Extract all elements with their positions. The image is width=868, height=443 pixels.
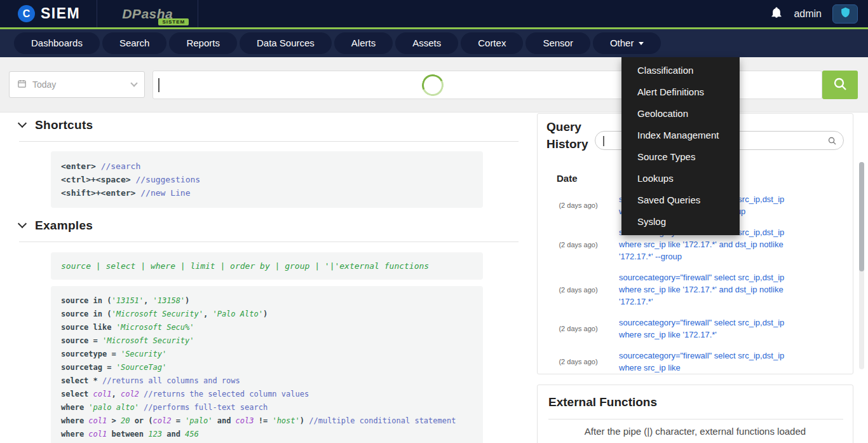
nav-item-other-label: Other [610, 32, 634, 54]
code-line: source | select | where | limit | order … [61, 259, 473, 273]
external-functions-panel: External Functions After the pipe (|) ch… [537, 385, 853, 443]
caret-down-icon [639, 42, 644, 45]
app-logo[interactable]: C SIEM [0, 5, 80, 22]
chevron-down-icon [18, 119, 27, 128]
code-line: <shift>+<enter> //new Line [61, 186, 473, 200]
nav-item-alerts[interactable]: Alerts [334, 32, 393, 54]
query-link[interactable]: sourcecategory="firewall" select src_ip,… [619, 271, 787, 308]
menu-item-source-types[interactable]: Source Types [621, 146, 740, 168]
code-line: where col1 between 123 and 456 [61, 428, 473, 441]
shield-icon [840, 6, 851, 21]
brand-badge: SISTEM [158, 18, 189, 25]
logo-text: SIEM [41, 5, 80, 22]
text-cursor [158, 78, 159, 92]
code-line: source in ('13151', '13158') [61, 294, 473, 308]
external-functions-title: External Functions [548, 395, 657, 409]
code-line: where 'palo alto' //performs full-text s… [61, 401, 473, 414]
nav-item-data-sources[interactable]: Data Sources [240, 32, 332, 54]
code-line: source like 'Microsoft Secu%' [61, 321, 473, 334]
section-divider [19, 141, 519, 142]
text-cursor [603, 136, 604, 146]
query-history-scrollbar[interactable] [859, 162, 864, 369]
code-line: select * //returns all columns and rows [61, 374, 473, 388]
other-dropdown-menu: ClassificationAlert DefinitionsGeolocati… [621, 57, 740, 235]
query-date: (2 days ago) [546, 358, 610, 365]
query-history-row: (2 days ago)sourcecategory="firewall" se… [546, 312, 801, 345]
shortcuts-code-block: <enter> //search<ctrl>+<space> //suggest… [51, 151, 483, 208]
loading-spinner [419, 71, 447, 99]
section-divider [548, 419, 843, 419]
external-functions-description: After the pipe (|) character, external f… [538, 425, 853, 438]
code-line: <enter> //search [61, 160, 473, 173]
menu-item-classification[interactable]: Classification [621, 60, 740, 81]
query-date: (2 days ago) [546, 325, 610, 332]
date-range-label: Today [32, 79, 56, 90]
examples-title: Examples [35, 219, 93, 233]
chevron-down-icon [18, 219, 27, 228]
menu-item-syslog[interactable]: Syslog [621, 211, 740, 233]
scrollbar-thumb[interactable] [859, 162, 864, 271]
code-line: select col1, col2 //returns the selected… [61, 388, 473, 401]
search-magnifier-icon [832, 76, 848, 93]
code-line: source = 'Microsoft Security' [61, 334, 473, 348]
search-magnifier-icon[interactable] [827, 136, 837, 148]
code-line: sourcetag = 'SourceTag' [61, 361, 473, 374]
code-line: <ctrl>+<space> //suggestions [61, 173, 473, 186]
topbar-right: admin [770, 4, 868, 24]
examples-pipeline-block: source | select | where | limit | order … [51, 252, 483, 280]
chevron-down-icon [130, 79, 137, 86]
column-header-date: Date [557, 173, 578, 184]
search-button[interactable] [822, 71, 858, 99]
date-range-select[interactable]: Today [9, 71, 145, 98]
username[interactable]: admin [794, 8, 822, 20]
nav-item-search[interactable]: Search [102, 32, 167, 54]
query-date: (2 days ago) [546, 241, 610, 249]
topbar: C SIEM DPasha SISTEM admin [0, 0, 868, 27]
query-link[interactable]: sourcecategory="firewall" select src_ip,… [619, 317, 787, 341]
query-history-title: Query History [546, 118, 600, 153]
query-link[interactable]: sourcecategory="firewall" select src_ip,… [619, 350, 787, 372]
code-line: sourcetype = 'Security' [61, 348, 473, 361]
main-nav: DashboardsSearchReportsData SourcesAlert… [0, 27, 868, 57]
menu-item-geolocation[interactable]: Geolocation [621, 103, 740, 125]
shortcuts-section-header[interactable]: Shortcuts [19, 118, 93, 132]
menu-item-saved-queries[interactable]: Saved Queries [621, 189, 740, 211]
examples-code-block: source in ('13151', '13158')source in ('… [51, 286, 483, 443]
menu-item-index-management[interactable]: Index Management [621, 125, 740, 146]
nav-item-dashboards[interactable]: Dashboards [14, 32, 100, 54]
notification-bell-icon[interactable] [770, 6, 783, 22]
query-date: (2 days ago) [546, 201, 610, 209]
nav-items: DashboardsSearchReportsData SourcesAlert… [14, 32, 590, 54]
nav-item-other[interactable]: Other [593, 32, 661, 54]
topbar-divider [198, 0, 198, 27]
nav-item-cortex[interactable]: Cortex [461, 32, 523, 54]
nav-item-reports[interactable]: Reports [169, 32, 237, 54]
shortcuts-title: Shortcuts [35, 118, 93, 132]
user-shield-button[interactable] [832, 4, 858, 24]
code-line: where col1 > 20 or (col2 = 'palo' and co… [61, 414, 473, 428]
menu-item-alert-definitions[interactable]: Alert Definitions [621, 81, 740, 103]
code-line: source in ('Microsoft Security', 'Palo A… [61, 308, 473, 321]
query-history-row: (2 days ago)sourcecategory="firewall" se… [546, 267, 801, 312]
section-divider [19, 242, 519, 242]
nav-item-assets[interactable]: Assets [395, 32, 458, 54]
query-history-row: (2 days ago)sourcecategory="firewall" se… [546, 345, 801, 372]
query-date: (2 days ago) [546, 286, 610, 294]
calendar-icon [17, 79, 27, 91]
logo-c-icon: C [18, 5, 35, 22]
examples-section-header[interactable]: Examples [19, 219, 93, 233]
menu-item-lookups[interactable]: Lookups [621, 168, 740, 189]
nav-item-sensor[interactable]: Sensor [526, 32, 590, 54]
brand-logo: DPasha SISTEM [97, 0, 198, 27]
